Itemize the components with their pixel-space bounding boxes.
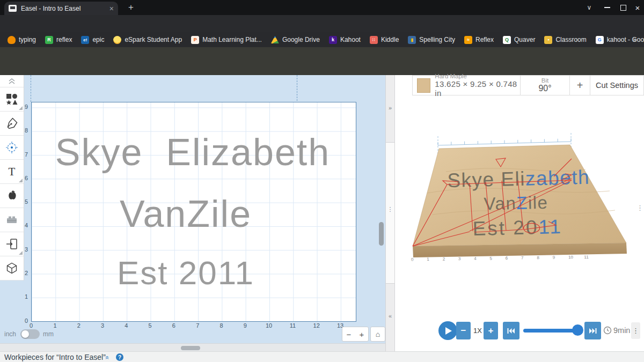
text-icon: T [5,165,18,178]
pen-tool-button[interactable] [0,112,24,136]
preview-ruler-number: 6 [506,256,521,261]
simulate-play-button[interactable] [438,321,457,340]
bookmark-item[interactable]: R reflex [45,36,72,44]
material-swatch [417,78,430,93]
bookmark-label: eSpark Student App [125,36,182,43]
ruler-tick-label: 8 [209,322,233,329]
bookmarks-bar: typing R reflex e! epic eSpark Student A… [0,32,644,47]
bookmarks-overflow-icon[interactable]: » [633,35,636,43]
svg-text:T: T [9,165,16,178]
zoom-in-button[interactable]: + [360,330,364,339]
material-name: Hard Maple [435,73,520,79]
bookmark-label: kahoot - Google Se... [607,36,644,43]
bookmark-item[interactable]: P Math Learning Plat... [191,36,262,44]
material-selector[interactable]: Hard Maple 13.625 × 9.25 × 0.748 in [413,76,520,95]
browser-tab[interactable]: Easel - Intro to Easel × [4,2,118,15]
bookmark-item[interactable]: eSpark Student App [113,36,182,44]
tab-close-icon[interactable]: × [109,4,114,13]
new-tab-button[interactable]: + [125,1,137,14]
design-text-line1[interactable]: Skye Elizabeth [55,134,330,171]
bookmark-item[interactable]: G kahoot - Google Se... [596,36,644,44]
add-bit-button[interactable]: + [569,76,590,95]
collapse-workpieces-icon[interactable]: » [103,356,111,360]
3d-tool-button[interactable] [0,256,24,280]
bit-selector[interactable]: Bit 90° [520,76,569,95]
material-bar: Hard Maple 13.625 × 9.25 × 0.748 in Bit … [412,75,644,95]
expand-right-icon[interactable]: » [386,105,394,111]
speed-decrease-button[interactable]: − [456,322,471,339]
shapes-tool-button[interactable] [0,87,24,112]
zoom-home-button[interactable]: ⌂ [370,327,385,342]
skip-start-icon [507,328,515,334]
ruler-tick-label: 1 [43,322,67,329]
window-minimize-button[interactable] [600,0,614,15]
preview-ruler-number: 4 [474,256,489,261]
zoom-out-button[interactable]: − [347,330,352,339]
ruler-tick-label: 6 [162,322,186,329]
bookmark-favicon: ▮ [408,36,416,44]
simulation-progress-knob[interactable] [572,324,583,336]
bookmark-label: typing [19,36,36,43]
window-restore-button[interactable] [616,0,630,15]
easel-header: PRO Intro to Easel ☆ ProjectEditMachineT… [0,47,644,75]
bookmark-item[interactable]: ∷ Kiddle [370,36,399,44]
material-dimensions: 13.625 × 9.25 × 0.748 in [435,79,520,98]
window-close-button[interactable]: × [631,0,644,15]
design-text-line3[interactable]: Est 2011 [117,256,254,290]
text-tool-button[interactable]: T [0,160,24,184]
divider-drag-handle[interactable]: ⋮ [386,206,394,213]
bookmark-item[interactable]: ▮ Spelling City [408,36,455,44]
machine-boundary-guide-left [31,75,31,102]
bookmark-label: Kahoot [340,36,361,43]
bit-label: Bit [541,77,548,84]
preview-ruler-number: 1 [427,257,442,262]
collapse-left-icon[interactable]: « [386,313,394,319]
bookmark-item[interactable]: typing [8,36,36,44]
skip-to-start-button[interactable] [503,322,519,339]
ruler-tick-label: 4 [114,322,138,329]
3d-preview[interactable]: Skye Elizabeth VanZile Est 2011 [395,129,644,268]
preview-ruler-number: 3 [458,256,474,261]
play-icon [445,327,452,335]
apps-tool-button[interactable] [0,184,24,208]
cube-icon [5,262,18,275]
bookmark-favicon: ▪ [544,36,552,44]
pen-icon [5,117,18,130]
ruler-tick-label: 1 [16,285,28,308]
bookmark-favicon: R [45,36,53,44]
collapse-toolbar-button[interactable] [0,75,24,87]
speed-label: 1X [473,327,482,335]
bookmark-item[interactable]: k Kahoot [329,36,361,44]
bookmark-label: Classroom [555,36,586,43]
import-tool-button[interactable] [0,232,24,256]
skip-to-end-button[interactable] [584,322,601,339]
simulation-menu-button[interactable]: ⋮ [631,322,640,339]
unit-toggle-knob[interactable] [21,330,29,338]
bookmark-item[interactable]: ▪ Classroom [544,36,586,44]
bookmark-favicon: e! [81,36,89,44]
bookmark-item[interactable]: ≈ Reflex [464,36,494,44]
origin-tool-button[interactable] [0,136,24,160]
preview-panel: Hard Maple 13.625 × 9.25 × 0.748 in Bit … [395,75,644,351]
bookmark-item[interactable]: Google Drive [271,36,320,44]
workpiece-canvas[interactable]: Skye Elizabeth VanZile Est 2011 [31,102,356,322]
unit-toggle[interactable] [20,329,40,339]
bookmark-item[interactable]: Q Quaver [503,36,535,44]
bookmark-item[interactable]: e! epic [81,36,104,44]
panel-resize-handle[interactable]: ⋮ [636,204,643,212]
bit-value: 90° [538,84,551,93]
speed-increase-button[interactable]: + [484,322,498,339]
bookmark-favicon: k [329,36,337,44]
bookmark-favicon [8,36,16,44]
canvas-vertical-scrollbar[interactable] [379,222,384,246]
cut-settings-button[interactable]: Cut Settings [590,76,643,95]
zoom-controls: − + [342,327,369,342]
blocks-tool-button[interactable] [0,208,24,232]
design-text-line2[interactable]: VanZile [120,195,252,233]
window-chevron-icon[interactable]: ∨ [582,0,597,15]
lego-brick-icon [5,213,18,226]
canvas-horizontal-scrollbar[interactable] [181,346,200,350]
help-icon[interactable]: ? [116,353,123,361]
ruler-tick-label: 7 [186,322,209,329]
ruler-tick-label: 12 [305,322,328,329]
